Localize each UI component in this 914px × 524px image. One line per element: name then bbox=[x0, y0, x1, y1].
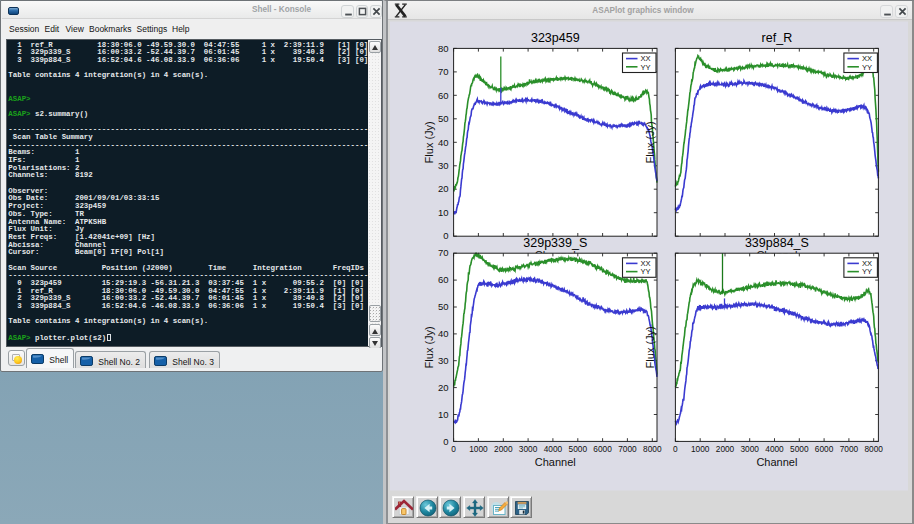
svg-text:0: 0 bbox=[451, 444, 456, 454]
svg-text:10: 10 bbox=[438, 409, 449, 420]
svg-text:323p459: 323p459 bbox=[531, 31, 580, 45]
svg-text:40: 40 bbox=[438, 137, 449, 148]
svg-text:30: 30 bbox=[438, 160, 449, 171]
svg-text:60: 60 bbox=[438, 274, 449, 285]
svg-text:339p884_S: 339p884_S bbox=[745, 236, 809, 250]
svg-text:Flux (Jy): Flux (Jy) bbox=[424, 121, 436, 163]
svg-text:1000: 1000 bbox=[691, 444, 710, 454]
svg-text:10: 10 bbox=[438, 207, 449, 218]
svg-text:0: 0 bbox=[673, 444, 678, 454]
svg-text:YY: YY bbox=[862, 63, 872, 72]
svg-text:50: 50 bbox=[438, 301, 449, 312]
svg-text:70: 70 bbox=[438, 247, 449, 258]
svg-text:0: 0 bbox=[443, 230, 448, 241]
svg-text:20: 20 bbox=[438, 382, 449, 393]
svg-text:5000: 5000 bbox=[790, 444, 809, 454]
svg-text:70: 70 bbox=[438, 66, 449, 77]
svg-text:Channel: Channel bbox=[535, 456, 576, 468]
svg-text:YY: YY bbox=[641, 63, 651, 72]
svg-text:7000: 7000 bbox=[618, 444, 637, 454]
svg-text:4000: 4000 bbox=[765, 444, 784, 454]
svg-text:2000: 2000 bbox=[494, 444, 513, 454]
svg-text:ref_R: ref_R bbox=[762, 31, 793, 45]
svg-text:Flux (Jy): Flux (Jy) bbox=[424, 326, 436, 368]
svg-text:8000: 8000 bbox=[864, 444, 883, 454]
svg-text:329p339_S: 329p339_S bbox=[523, 236, 587, 250]
svg-text:Flux (Jy): Flux (Jy) bbox=[645, 121, 657, 163]
svg-text:1000: 1000 bbox=[469, 444, 488, 454]
svg-text:6000: 6000 bbox=[815, 444, 834, 454]
svg-text:20: 20 bbox=[438, 183, 449, 194]
svg-text:YY: YY bbox=[862, 267, 872, 276]
svg-text:2000: 2000 bbox=[716, 444, 735, 454]
svg-text:30: 30 bbox=[438, 355, 449, 366]
svg-text:4000: 4000 bbox=[544, 444, 563, 454]
svg-text:Flux (Jy): Flux (Jy) bbox=[645, 326, 657, 368]
svg-text:60: 60 bbox=[438, 90, 449, 101]
svg-text:8000: 8000 bbox=[643, 444, 662, 454]
svg-text:40: 40 bbox=[438, 328, 449, 339]
svg-text:Channel: Channel bbox=[756, 456, 797, 468]
svg-text:80: 80 bbox=[438, 43, 449, 54]
svg-text:7000: 7000 bbox=[840, 444, 859, 454]
svg-text:YY: YY bbox=[641, 267, 651, 276]
svg-text:50: 50 bbox=[438, 113, 449, 124]
svg-text:5000: 5000 bbox=[569, 444, 588, 454]
svg-text:3000: 3000 bbox=[519, 444, 538, 454]
svg-text:0: 0 bbox=[443, 436, 448, 447]
svg-text:3000: 3000 bbox=[740, 444, 759, 454]
svg-text:6000: 6000 bbox=[593, 444, 612, 454]
